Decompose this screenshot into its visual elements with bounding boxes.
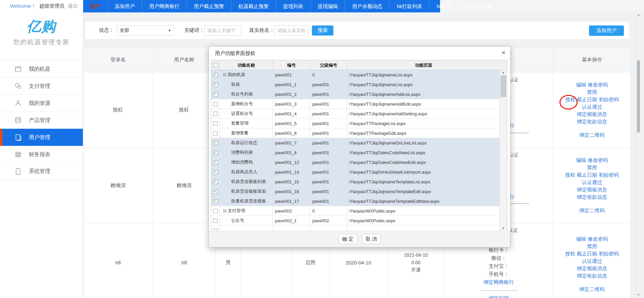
row-checkbox[interactable]	[213, 180, 218, 184]
permission-row[interactable]: 机器 pave001_1 pave001 /Yaoyao/TTJiqiJiqin…	[211, 80, 499, 90]
row-checkbox[interactable]	[213, 92, 218, 97]
sidebar-item-system[interactable]: 系统管理	[0, 163, 83, 180]
permission-row[interactable]: 机器商品导入 pave001_14 pave001 /Yaoyao/TTJiqi…	[211, 167, 499, 177]
row-checkbox[interactable]	[213, 209, 218, 213]
init-password-link[interactable]: 初始密码	[599, 96, 619, 103]
bind-payment-link[interactable]: 绑定收款信息	[577, 272, 607, 280]
row-checkbox[interactable]	[213, 102, 218, 106]
row-checkbox[interactable]	[213, 82, 218, 87]
page-scrollbar-thumb[interactable]	[637, 60, 640, 132]
bind-payment-link[interactable]: 绑定收款信息	[577, 193, 607, 201]
bind-qrcode-link[interactable]: 绑定二维码	[580, 286, 605, 293]
permission-row[interactable]: 消费码列表 pave001_8 pave001 /Yaoyao/TTJiqiSa…	[211, 148, 499, 158]
nav-tab[interactable]: 提现列表	[276, 0, 311, 12]
change-password-link[interactable]: 修改密码	[588, 81, 608, 88]
sidebar-item-payment[interactable]: 支付管理	[0, 77, 83, 95]
row-checkbox[interactable]	[213, 121, 218, 126]
confirm-button[interactable]: 确 定	[338, 234, 357, 244]
change-password-link[interactable]: 修改密码	[588, 235, 608, 243]
permission-row[interactable]: 公众号 pave002_1 pave002 /Yaoyao/WXPublic.a…	[211, 216, 499, 226]
change-password-link[interactable]: 修改密码	[588, 157, 608, 164]
deadline-link[interactable]: 截止日期	[577, 171, 597, 179]
sidebar-item-products[interactable]: 产品管理	[0, 112, 83, 129]
edit-link[interactable]: 编辑	[576, 235, 586, 243]
sidebar-item-finance[interactable]: 财务报表	[0, 146, 83, 163]
select-all-checkbox[interactable]	[213, 63, 218, 67]
permission-row[interactable]: 机台号列表 pave001_2 pave001 /Yaoyao/TTJiqiJi…	[211, 90, 499, 99]
permission-row[interactable]: 机器货道模板列表 pave001_15 pave001 /Yaoyao/TTJi…	[211, 177, 499, 187]
disable-link[interactable]: 禁用	[587, 243, 597, 250]
close-icon[interactable]: ×	[501, 47, 505, 60]
permission-row[interactable]: 我的机器 pave001 0 /Yaoyao/TTJiqiJiqinameLis…	[211, 70, 499, 80]
row-checkbox[interactable]	[213, 151, 218, 155]
row-checkbox[interactable]	[213, 199, 218, 203]
nav-tab[interactable]: 提现编辑	[311, 0, 345, 12]
keyword-input[interactable]	[204, 25, 241, 36]
row-checkbox[interactable]	[213, 141, 218, 145]
deadline-link[interactable]: 截止日期	[577, 96, 597, 103]
bind-scan-link[interactable]: 绑定扫呗	[489, 294, 509, 298]
bind-qrcode-link[interactable]: 绑定二维码	[580, 207, 605, 214]
permission-row[interactable]: 新增机台号 pave001_3 pave001 /Yaoyao/TTJiqiJi…	[211, 99, 499, 109]
edit-link[interactable]: 编辑	[576, 157, 586, 164]
permission-row[interactable]: 设置机台号 pave001_4 pave001 /Yaoyao/TTJiqiJi…	[211, 109, 499, 119]
init-password-link[interactable]: 初始密码	[599, 171, 619, 179]
nav-tab[interactable]: hk打款列表	[390, 0, 430, 12]
nav-tab[interactable]: hk商户列表	[460, 0, 499, 12]
cancel-button[interactable]: 取 消	[362, 234, 381, 244]
nav-tab[interactable]: 用户网商银行	[142, 0, 187, 12]
bind-payment-link[interactable]: 绑定收款信息	[577, 118, 607, 125]
verify-pass-link[interactable]: 认证通过	[582, 257, 602, 265]
nav-tab[interactable]: hk打款	[430, 0, 460, 12]
verify-pass-link[interactable]: 认证通过	[582, 179, 602, 186]
scroll-down-icon[interactable]: ▼	[636, 293, 641, 296]
row-checkbox[interactable]	[213, 73, 218, 77]
nav-tab[interactable]: 添加用户	[108, 0, 142, 12]
disable-link[interactable]: 禁用	[587, 164, 597, 171]
init-password-link[interactable]: 初始密码	[599, 250, 619, 257]
sidebar-item-my-machines[interactable]: 我的机器	[0, 60, 83, 77]
row-checkbox[interactable]	[213, 228, 218, 231]
row-checkbox[interactable]	[213, 219, 218, 223]
add-user-button[interactable]: 添加用户	[589, 25, 624, 36]
row-checkbox[interactable]	[213, 131, 218, 135]
bind-template-link[interactable]: 绑定模板消息	[577, 111, 607, 118]
permission-row[interactable]: 机器运行状态 pave001_7 pave001 /Yaoyao/TTJiqiJ…	[211, 138, 499, 148]
collapse-icon[interactable]	[223, 208, 226, 213]
page-scrollbar[interactable]: ▲ ▼	[636, 12, 641, 298]
sidebar-item-my-resources[interactable]: 我的资源	[0, 95, 83, 112]
permission-row[interactable]: 新增套餐 pave001_6 pave001 /Yaoyao/TTPackage…	[211, 128, 499, 138]
permission-row[interactable]: 套餐管理 pave001_5 pave001 /Yaoyao/TTPackage…	[211, 119, 499, 128]
sidebar-item-users[interactable]: 用户管理	[0, 129, 83, 146]
row-checkbox[interactable]	[213, 170, 218, 174]
permission-row[interactable]	[211, 226, 499, 231]
search-button[interactable]: 搜索	[312, 25, 333, 36]
logout-link[interactable]: 退出	[68, 3, 78, 9]
permission-row[interactable]: 机器货道模板添加 pave001_16 pave001 /Yaoyao/TTJi…	[211, 187, 499, 196]
authorize-link[interactable]: 授权	[565, 250, 575, 257]
permission-row[interactable]: 增加消费码 pave001_12 pave001 /Yaoyao/TTJiqiS…	[211, 158, 499, 167]
permission-row[interactable]: 批量机器货道模板 pave001_17 pave001 /Yaoyao/TTJi…	[211, 196, 499, 206]
nav-tab[interactable]: 机器截止预警	[231, 0, 276, 12]
nav-tab[interactable]: 用户	[83, 0, 108, 12]
permission-row[interactable]: 支付管理 pave002 0 /Yaoyao/WXPublic.aspx	[211, 206, 499, 216]
bind-qrcode-link[interactable]: 绑定二维码	[580, 131, 605, 139]
collapse-icon[interactable]	[223, 72, 226, 77]
nav-tab[interactable]: 用户余额动态	[345, 0, 390, 12]
status-select[interactable]: 全部 ▼	[117, 25, 174, 36]
modal-scrollbar-thumb[interactable]	[500, 75, 506, 97]
bind-bank-link[interactable]: 绑定网商银行	[484, 278, 514, 286]
bind-template-link[interactable]: 绑定模板消息	[577, 186, 607, 193]
realname-input[interactable]	[274, 25, 308, 36]
edit-link[interactable]: 编辑	[576, 81, 586, 88]
scroll-up-icon[interactable]: ▲	[636, 13, 641, 16]
verify-pass-link[interactable]: 认证通过	[582, 103, 602, 111]
row-checkbox[interactable]	[213, 189, 218, 194]
bind-template-link[interactable]: 绑定模板消息	[577, 265, 607, 272]
authorize-link[interactable]: 授权	[565, 171, 575, 179]
modal-scrollbar[interactable]	[499, 70, 507, 231]
nav-tab[interactable]: 用户截止预警	[187, 0, 231, 12]
deadline-link[interactable]: 截止日期	[577, 250, 597, 257]
row-checkbox[interactable]	[213, 160, 218, 165]
row-checkbox[interactable]	[213, 112, 218, 116]
